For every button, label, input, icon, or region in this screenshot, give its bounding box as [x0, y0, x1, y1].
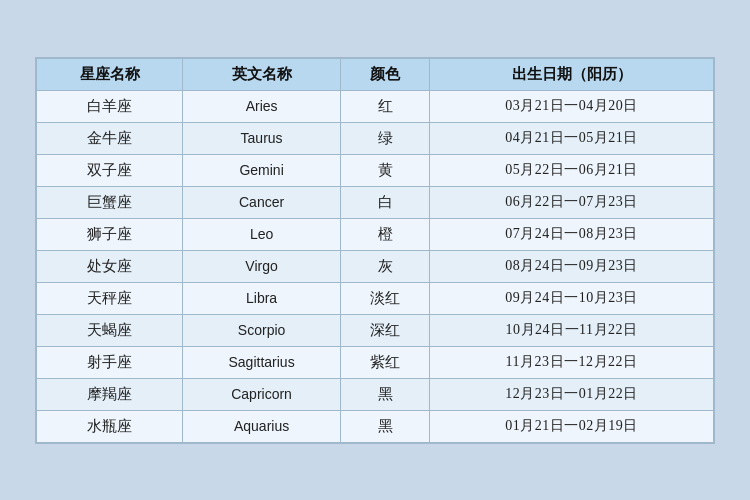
- cell-zh: 摩羯座: [37, 378, 183, 410]
- cell-color: 绿: [341, 122, 430, 154]
- zodiac-table-container: 星座名称 英文名称 颜色 出生日期（阳历） 白羊座Aries红03月21日一04…: [35, 57, 715, 444]
- cell-color: 白: [341, 186, 430, 218]
- cell-zh: 狮子座: [37, 218, 183, 250]
- cell-date: 10月24日一11月22日: [430, 314, 714, 346]
- cell-zh: 天秤座: [37, 282, 183, 314]
- cell-zh: 射手座: [37, 346, 183, 378]
- cell-date: 03月21日一04月20日: [430, 90, 714, 122]
- cell-zh: 双子座: [37, 154, 183, 186]
- cell-color: 黄: [341, 154, 430, 186]
- cell-color: 紫红: [341, 346, 430, 378]
- cell-date: 11月23日一12月22日: [430, 346, 714, 378]
- cell-date: 05月22日一06月21日: [430, 154, 714, 186]
- cell-zh: 处女座: [37, 250, 183, 282]
- table-row: 金牛座Taurus绿04月21日一05月21日: [37, 122, 714, 154]
- cell-en: Cancer: [183, 186, 341, 218]
- cell-date: 09月24日一10月23日: [430, 282, 714, 314]
- table-row: 处女座Virgo灰08月24日一09月23日: [37, 250, 714, 282]
- cell-date: 04月21日一05月21日: [430, 122, 714, 154]
- table-row: 水瓶座Aquarius黑01月21日一02月19日: [37, 410, 714, 442]
- cell-en: Taurus: [183, 122, 341, 154]
- cell-color: 橙: [341, 218, 430, 250]
- cell-color: 黑: [341, 410, 430, 442]
- cell-en: Aries: [183, 90, 341, 122]
- table-row: 摩羯座Capricorn黑12月23日一01月22日: [37, 378, 714, 410]
- table-row: 天秤座Libra淡红09月24日一10月23日: [37, 282, 714, 314]
- cell-date: 06月22日一07月23日: [430, 186, 714, 218]
- cell-date: 12月23日一01月22日: [430, 378, 714, 410]
- cell-color: 淡红: [341, 282, 430, 314]
- cell-en: Sagittarius: [183, 346, 341, 378]
- header-date: 出生日期（阳历）: [430, 58, 714, 90]
- cell-color: 灰: [341, 250, 430, 282]
- cell-en: Capricorn: [183, 378, 341, 410]
- table-row: 天蝎座Scorpio深红10月24日一11月22日: [37, 314, 714, 346]
- cell-en: Gemini: [183, 154, 341, 186]
- table-header-row: 星座名称 英文名称 颜色 出生日期（阳历）: [37, 58, 714, 90]
- cell-en: Leo: [183, 218, 341, 250]
- cell-date: 08月24日一09月23日: [430, 250, 714, 282]
- table-row: 双子座Gemini黄05月22日一06月21日: [37, 154, 714, 186]
- zodiac-table: 星座名称 英文名称 颜色 出生日期（阳历） 白羊座Aries红03月21日一04…: [36, 58, 714, 443]
- header-color: 颜色: [341, 58, 430, 90]
- table-row: 巨蟹座Cancer白06月22日一07月23日: [37, 186, 714, 218]
- cell-zh: 天蝎座: [37, 314, 183, 346]
- cell-date: 01月21日一02月19日: [430, 410, 714, 442]
- cell-en: Scorpio: [183, 314, 341, 346]
- cell-en: Virgo: [183, 250, 341, 282]
- table-row: 射手座Sagittarius紫红11月23日一12月22日: [37, 346, 714, 378]
- table-row: 狮子座Leo橙07月24日一08月23日: [37, 218, 714, 250]
- cell-color: 深红: [341, 314, 430, 346]
- cell-en: Libra: [183, 282, 341, 314]
- cell-zh: 水瓶座: [37, 410, 183, 442]
- cell-en: Aquarius: [183, 410, 341, 442]
- header-zh: 星座名称: [37, 58, 183, 90]
- cell-zh: 巨蟹座: [37, 186, 183, 218]
- cell-zh: 金牛座: [37, 122, 183, 154]
- header-en: 英文名称: [183, 58, 341, 90]
- cell-date: 07月24日一08月23日: [430, 218, 714, 250]
- cell-color: 黑: [341, 378, 430, 410]
- table-row: 白羊座Aries红03月21日一04月20日: [37, 90, 714, 122]
- cell-color: 红: [341, 90, 430, 122]
- cell-zh: 白羊座: [37, 90, 183, 122]
